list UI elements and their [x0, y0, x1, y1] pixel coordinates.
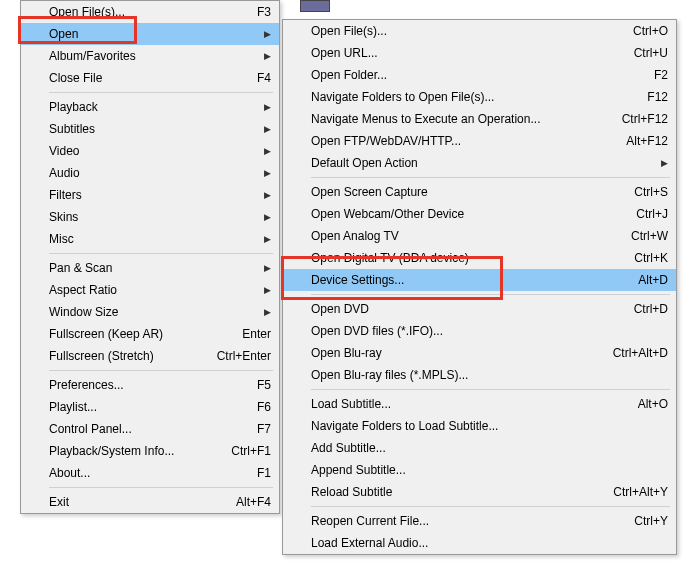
menu-item-filters[interactable]: Filters▶: [21, 184, 279, 206]
menu-item-exit[interactable]: ExitAlt+F4: [21, 491, 279, 513]
menu-item-window-size[interactable]: Window Size▶: [21, 301, 279, 323]
menu-item-close-file[interactable]: Close FileF4: [21, 67, 279, 89]
menu-item-r-add-subtitle[interactable]: Add Subtitle...: [283, 437, 676, 459]
menu-item-r-nav-folders[interactable]: Navigate Folders to Open File(s)...F12: [283, 86, 676, 108]
menu-item-r-open-webcam[interactable]: Open Webcam/Other DeviceCtrl+J: [283, 203, 676, 225]
menu-item-r-open-folder[interactable]: Open Folder...F2: [283, 64, 676, 86]
menu-item-label: Subtitles: [49, 122, 251, 136]
menu-item-shortcut: F3: [257, 5, 271, 19]
menu-item-label: Open Blu-ray files (*.MPLS)...: [311, 368, 668, 382]
menu-item-shortcut: Ctrl+W: [631, 229, 668, 243]
menu-item-r-append-subtitle[interactable]: Append Subtitle...: [283, 459, 676, 481]
menu-item-shortcut: F6: [257, 400, 271, 414]
menu-item-r-nav-menus[interactable]: Navigate Menus to Execute an Operation..…: [283, 108, 676, 130]
menu-item-shortcut: F1: [257, 466, 271, 480]
menu-item-label: Playback: [49, 100, 251, 114]
menu-item-label: Exit: [49, 495, 212, 509]
menu-item-label: Audio: [49, 166, 251, 180]
menu-item-r-open-analog-tv[interactable]: Open Analog TVCtrl+W: [283, 225, 676, 247]
menu-item-r-open-dvd[interactable]: Open DVDCtrl+D: [283, 298, 676, 320]
submenu-arrow-icon: ▶: [263, 285, 271, 295]
menu-item-label: Reload Subtitle: [311, 485, 589, 499]
menu-separator: [49, 370, 273, 371]
menu-item-control-panel[interactable]: Control Panel...F7: [21, 418, 279, 440]
menu-item-label: Preferences...: [49, 378, 233, 392]
menu-item-shortcut: Ctrl+Alt+Y: [613, 485, 668, 499]
submenu-arrow-icon: ▶: [263, 29, 271, 39]
submenu-arrow-icon: ▶: [263, 102, 271, 112]
submenu-arrow-icon: ▶: [263, 307, 271, 317]
menu-item-playlist[interactable]: Playlist...F6: [21, 396, 279, 418]
menu-item-r-load-ext-audio[interactable]: Load External Audio...: [283, 532, 676, 554]
window-stub: [300, 0, 330, 12]
submenu-arrow-icon: ▶: [263, 146, 271, 156]
menu-item-label: Skins: [49, 210, 251, 224]
menu-item-skins[interactable]: Skins▶: [21, 206, 279, 228]
menu-item-label: Default Open Action: [311, 156, 648, 170]
menu-item-label: Control Panel...: [49, 422, 233, 436]
menu-item-r-open-digital-tv[interactable]: Open Digital TV (BDA device)Ctrl+K: [283, 247, 676, 269]
menu-item-r-open-files[interactable]: Open File(s)...Ctrl+O: [283, 20, 676, 42]
menu-item-label: Open URL...: [311, 46, 610, 60]
menu-item-r-open-blu-ray-mpls[interactable]: Open Blu-ray files (*.MPLS)...: [283, 364, 676, 386]
menu-item-shortcut: Ctrl+Alt+D: [613, 346, 668, 360]
menu-item-r-reload-subtitle[interactable]: Reload SubtitleCtrl+Alt+Y: [283, 481, 676, 503]
menu-item-label: Append Subtitle...: [311, 463, 668, 477]
menu-item-shortcut: Ctrl+J: [636, 207, 668, 221]
menu-item-misc[interactable]: Misc▶: [21, 228, 279, 250]
menu-item-label: Playlist...: [49, 400, 233, 414]
menu-item-r-open-ftp[interactable]: Open FTP/WebDAV/HTTP...Alt+F12: [283, 130, 676, 152]
menu-item-label: Device Settings...: [311, 273, 614, 287]
submenu-arrow-icon: ▶: [263, 263, 271, 273]
submenu-arrow-icon: ▶: [263, 124, 271, 134]
menu-item-aspect-ratio[interactable]: Aspect Ratio▶: [21, 279, 279, 301]
menu-item-label: Load External Audio...: [311, 536, 668, 550]
menu-item-r-load-subtitle[interactable]: Load Subtitle...Alt+O: [283, 393, 676, 415]
menu-item-open-files[interactable]: Open File(s)...F3: [21, 1, 279, 23]
submenu-arrow-icon: ▶: [263, 190, 271, 200]
menu-item-label: Open File(s)...: [311, 24, 609, 38]
menu-item-shortcut: Alt+D: [638, 273, 668, 287]
menu-item-album-favorites[interactable]: Album/Favorites▶: [21, 45, 279, 67]
menu-item-fullscreen-keep-ar[interactable]: Fullscreen (Keep AR)Enter: [21, 323, 279, 345]
menu-separator: [311, 294, 670, 295]
menu-item-shortcut: Ctrl+F12: [622, 112, 668, 126]
menu-item-label: Aspect Ratio: [49, 283, 251, 297]
menu-item-label: Open DVD: [311, 302, 610, 316]
menu-item-shortcut: Ctrl+F1: [231, 444, 271, 458]
menu-item-video[interactable]: Video▶: [21, 140, 279, 162]
menu-separator: [311, 389, 670, 390]
menu-item-audio[interactable]: Audio▶: [21, 162, 279, 184]
menu-item-subtitles[interactable]: Subtitles▶: [21, 118, 279, 140]
menu-item-r-open-screen-capture[interactable]: Open Screen CaptureCtrl+S: [283, 181, 676, 203]
menu-item-shortcut: Alt+F12: [626, 134, 668, 148]
menu-item-label: Open Analog TV: [311, 229, 607, 243]
submenu-arrow-icon: ▶: [660, 158, 668, 168]
menu-item-shortcut: F2: [654, 68, 668, 82]
menu-item-shortcut: F7: [257, 422, 271, 436]
menu-item-r-open-dvd-ifo[interactable]: Open DVD files (*.IFO)...: [283, 320, 676, 342]
menu-item-r-reopen-current[interactable]: Reopen Current File...Ctrl+Y: [283, 510, 676, 532]
submenu-arrow-icon: ▶: [263, 212, 271, 222]
menu-item-label: Open Webcam/Other Device: [311, 207, 612, 221]
menu-item-label: Load Subtitle...: [311, 397, 614, 411]
menu-item-r-default-open[interactable]: Default Open Action▶: [283, 152, 676, 174]
menu-item-r-nav-folders-sub[interactable]: Navigate Folders to Load Subtitle...: [283, 415, 676, 437]
menu-item-open[interactable]: Open▶: [21, 23, 279, 45]
menu-item-label: Add Subtitle...: [311, 441, 668, 455]
menu-item-fullscreen-stretch[interactable]: Fullscreen (Stretch)Ctrl+Enter: [21, 345, 279, 367]
menu-item-shortcut: F4: [257, 71, 271, 85]
menu-item-r-device-settings[interactable]: Device Settings...Alt+D: [283, 269, 676, 291]
menu-item-r-open-blu-ray[interactable]: Open Blu-rayCtrl+Alt+D: [283, 342, 676, 364]
menu-item-preferences[interactable]: Preferences...F5: [21, 374, 279, 396]
menu-item-playback[interactable]: Playback▶: [21, 96, 279, 118]
submenu-arrow-icon: ▶: [263, 51, 271, 61]
menu-item-label: Open: [49, 27, 251, 41]
submenu-arrow-icon: ▶: [263, 234, 271, 244]
menu-item-r-open-url[interactable]: Open URL...Ctrl+U: [283, 42, 676, 64]
menu-separator: [311, 177, 670, 178]
menu-item-playback-system-info[interactable]: Playback/System Info...Ctrl+F1: [21, 440, 279, 462]
menu-item-about[interactable]: About...F1: [21, 462, 279, 484]
menu-item-shortcut: Ctrl+K: [634, 251, 668, 265]
menu-item-pan-scan[interactable]: Pan & Scan▶: [21, 257, 279, 279]
